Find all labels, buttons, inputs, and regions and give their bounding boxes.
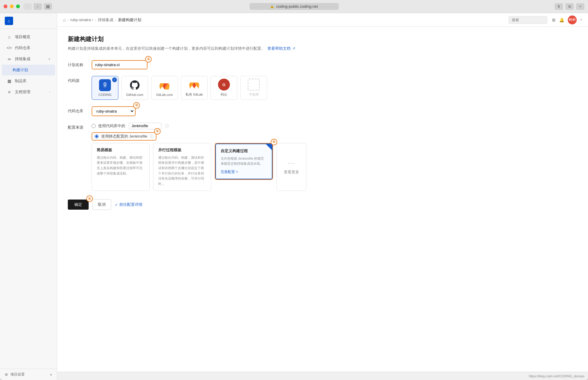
back-button[interactable]: ‹ bbox=[23, 3, 32, 10]
layout-button[interactable]: ▤ bbox=[44, 3, 52, 10]
maximize-button[interactable] bbox=[16, 4, 20, 8]
main-content: 新建构建计划 构建计划是持续集成的基本单元，在这里你可以快速创建一个构建计划，更… bbox=[57, 27, 588, 372]
sidebar: ⌂ ⌂ 项目概览 </> 代码仓库 ∞ 持续集成 ▾ 构建计划 bbox=[0, 13, 57, 380]
private-gitlab-icon bbox=[188, 79, 200, 91]
sidebar-item-label-code: 代码仓库 bbox=[15, 45, 30, 51]
cancel-button[interactable]: 取消 bbox=[92, 199, 111, 210]
plan-name-content: ② bbox=[92, 60, 577, 69]
bell-icon[interactable]: 🔔 bbox=[559, 18, 564, 22]
user-avatar[interactable]: 树树 bbox=[568, 15, 577, 24]
sidebar-item-ci[interactable]: ∞ 持续集成 ▾ bbox=[2, 54, 55, 64]
topnav-project-chevron: ▾ bbox=[92, 18, 93, 21]
svg-text:G: G bbox=[222, 82, 225, 87]
goto-config-label: 前往配置详情 bbox=[119, 202, 142, 207]
confirm-button[interactable]: 确定 bbox=[68, 200, 89, 210]
close-button[interactable] bbox=[4, 4, 7, 8]
template-custom-title: 自定义构建过程 bbox=[221, 148, 267, 154]
source-gitlab[interactable]: GitLab.com bbox=[151, 76, 178, 100]
ci-icon: ∞ bbox=[7, 57, 12, 61]
topnav-search bbox=[509, 16, 547, 24]
sidebar-item-label-artifacts: 制品库 bbox=[15, 78, 26, 84]
sidebar-nav: ⌂ 项目概览 </> 代码仓库 ∞ 持续集成 ▾ 构建计划 ▦ 制品库 bbox=[0, 29, 57, 369]
step4-badge: ④ bbox=[154, 128, 161, 135]
github-icon bbox=[129, 79, 141, 91]
code-repo-row: 代码仓库 ruby-sinatra ③ bbox=[68, 106, 577, 116]
topnav-current: 新建构建计划 bbox=[118, 17, 141, 23]
info-icon-static: ⓘ bbox=[150, 134, 153, 139]
sidebar-item-label-ci: 持续集成 bbox=[15, 56, 30, 62]
titlebar: ‹ › ▤ 🔒 coding-public.coding.net ⬆ ⧉ + bbox=[0, 0, 588, 13]
code-source-grid: ✓ CODING bbox=[92, 76, 577, 100]
config-radio-repo[interactable] bbox=[92, 124, 96, 128]
source-notuse[interactable]: 不使用 bbox=[240, 76, 267, 100]
action-row: 确定 ⑥ 取消 ✓ 前往配置详情 bbox=[68, 199, 577, 210]
template-more[interactable]: ··· 查看更多 bbox=[277, 143, 306, 191]
sidebar-item-label-overview: 项目概览 bbox=[15, 34, 30, 40]
plan-name-input[interactable] bbox=[93, 61, 146, 68]
source-mayun[interactable]: G 码云 bbox=[211, 76, 237, 100]
topnav-home-icon[interactable]: ⌂ bbox=[63, 18, 65, 22]
sidebar-footer[interactable]: ⚙ 项目设置 « bbox=[0, 369, 57, 380]
source-private-gitlab-label: 私有 GitLab bbox=[186, 92, 203, 97]
template-parallel[interactable]: 并行过程模板 通过检出代码、构建、测试和存档来设置并行构建步骤，其中测试和存档两… bbox=[153, 143, 211, 191]
new-tab-button[interactable]: + bbox=[576, 3, 584, 10]
code-source-row: 代码源 ✓ bbox=[68, 76, 577, 100]
source-notuse-label: 不使用 bbox=[249, 92, 259, 97]
avatar-text: 树树 bbox=[569, 17, 576, 22]
info-icon-repo: ⓘ bbox=[165, 123, 169, 129]
code-source-content: ✓ CODING bbox=[92, 76, 577, 100]
config-source-content: 使用代码库中的 ⓘ 使用静态配置的 Jenkinsfile ⓘ bbox=[92, 123, 577, 191]
duplicate-button[interactable]: ⧉ bbox=[565, 3, 574, 10]
source-coding[interactable]: ✓ CODING bbox=[92, 76, 118, 100]
template-simple[interactable]: 简易模板 通过检出代码、构建、测试和部署来设置常规步骤。在模板中填充上真实构建和… bbox=[92, 143, 150, 191]
goto-config-button[interactable]: ✓ 前往配置详情 bbox=[115, 202, 142, 207]
code-source-label: 代码源 bbox=[68, 76, 92, 83]
repo-select[interactable]: ruby-sinatra bbox=[93, 108, 134, 115]
template-custom-link[interactable]: 完善配置 > bbox=[221, 169, 267, 175]
code-repo-content: ruby-sinatra ③ bbox=[92, 106, 577, 116]
source-gitlab-label: GitLab.com bbox=[156, 93, 173, 96]
source-github[interactable]: GitHub.com bbox=[121, 76, 148, 100]
sidebar-item-overview[interactable]: ⌂ 项目概览 bbox=[2, 32, 55, 42]
search-input[interactable] bbox=[509, 16, 547, 24]
overview-icon: ⌂ bbox=[7, 35, 12, 39]
help-link[interactable]: 查看帮助文档 bbox=[267, 46, 291, 51]
bottom-bar: https://blog.csdn.net/CODING_devops bbox=[57, 372, 588, 380]
topnav-project[interactable]: ruby-sinatra ▾ bbox=[70, 18, 93, 22]
coding-logo bbox=[99, 79, 111, 91]
sidebar-item-code[interactable]: </> 代码仓库 bbox=[2, 43, 55, 53]
source-mayun-label: 码云 bbox=[221, 92, 227, 97]
share-button[interactable]: ⬆ bbox=[555, 3, 563, 10]
minimize-button[interactable] bbox=[10, 4, 14, 8]
code-repo-label: 代码仓库 bbox=[68, 106, 92, 114]
template-parallel-title: 并行过程模板 bbox=[158, 147, 206, 153]
grid-icon[interactable]: ⊞ bbox=[552, 18, 556, 22]
source-coding-label: CODING bbox=[98, 93, 112, 96]
template-more-label: 查看更多 bbox=[284, 169, 299, 175]
traffic-lights bbox=[4, 4, 20, 8]
config-source-row: 配置来源 使用代码库中的 ⓘ bbox=[68, 123, 577, 191]
template-custom[interactable]: 自定义构建过程 允许您根据 Jenkinsfile 的规范来随意定制持续集成流水… bbox=[215, 144, 272, 179]
config-radio-static[interactable] bbox=[95, 134, 99, 138]
template-simple-desc: 通过检出代码、构建、测试和部署来设置常规步骤。在模板中填充上真实构建和部署过程即… bbox=[97, 155, 145, 176]
sidebar-header: ⌂ bbox=[0, 13, 57, 29]
sidebar-item-artifacts[interactable]: ▦ 制品库 bbox=[2, 76, 55, 86]
template-custom-desc: 允许您根据 Jenkinsfile 的规范来随意定制持续集成流水线。 bbox=[221, 156, 267, 166]
step2-badge: ② bbox=[145, 56, 152, 63]
topnav-ci[interactable]: 持续集成 bbox=[98, 17, 113, 23]
config-option-static: 使用静态配置的 Jenkinsfile ⓘ ④ bbox=[92, 132, 577, 141]
avatar-chevron[interactable]: ▾ bbox=[580, 18, 582, 22]
sidebar-item-label-docs: 文档管理 bbox=[15, 89, 30, 95]
source-private-gitlab[interactable]: 私有 GitLab bbox=[181, 76, 208, 100]
code-icon: </> bbox=[7, 46, 12, 50]
artifacts-icon: ▦ bbox=[7, 79, 12, 83]
more-dots: ··· bbox=[288, 159, 295, 167]
sidebar-logo: ⌂ bbox=[5, 17, 13, 25]
page-description: 构建计划是持续集成的基本单元，在这里你可以快速创建一个构建计划，更多内容可以到构… bbox=[68, 46, 577, 52]
check-corner bbox=[266, 144, 272, 150]
url-bar[interactable]: 🔒 coding-public.coding.net bbox=[250, 3, 339, 10]
forward-button[interactable]: › bbox=[34, 3, 42, 10]
sidebar-item-docs[interactable]: ≡ 文档管理 › bbox=[2, 87, 55, 97]
settings-icon: ⚙ bbox=[5, 373, 8, 377]
sidebar-item-build-plan[interactable]: 构建计划 bbox=[2, 65, 55, 75]
